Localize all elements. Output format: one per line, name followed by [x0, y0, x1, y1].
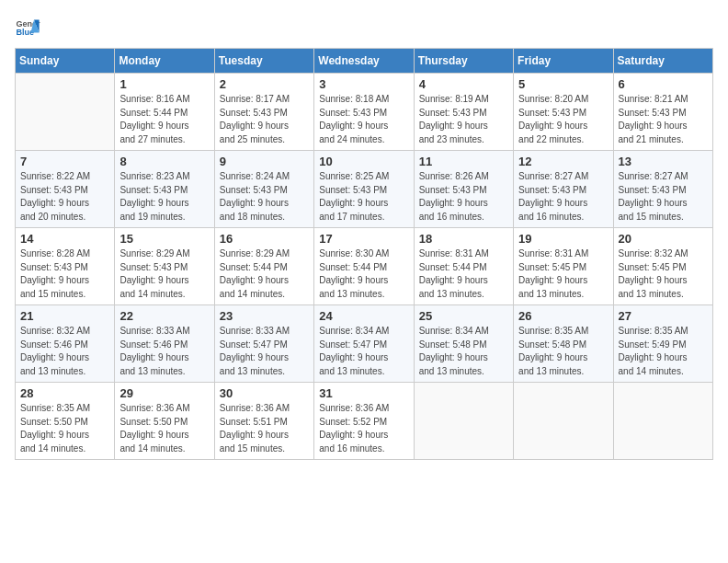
- calendar-cell: 19Sunrise: 8:31 AM Sunset: 5:45 PM Dayli…: [514, 228, 613, 305]
- day-header-thursday: Thursday: [414, 49, 513, 74]
- page-header: General Blue: [15, 15, 713, 40]
- calendar-cell: 14Sunrise: 8:28 AM Sunset: 5:43 PM Dayli…: [16, 228, 115, 305]
- calendar-cell: 31Sunrise: 8:36 AM Sunset: 5:52 PM Dayli…: [314, 383, 414, 460]
- day-info: Sunrise: 8:32 AM Sunset: 5:46 PM Dayligh…: [20, 325, 109, 378]
- day-info: Sunrise: 8:18 AM Sunset: 5:43 PM Dayligh…: [319, 93, 408, 146]
- logo-icon: General Blue: [15, 15, 40, 40]
- calendar-cell: 24Sunrise: 8:34 AM Sunset: 5:47 PM Dayli…: [314, 305, 414, 383]
- calendar-cell: 9Sunrise: 8:24 AM Sunset: 5:43 PM Daylig…: [214, 151, 313, 228]
- calendar-cell: 25Sunrise: 8:34 AM Sunset: 5:48 PM Dayli…: [414, 305, 513, 383]
- calendar-cell: 23Sunrise: 8:33 AM Sunset: 5:47 PM Dayli…: [214, 305, 313, 383]
- calendar-cell: [16, 74, 115, 151]
- day-number: 23: [220, 309, 309, 323]
- day-number: 25: [419, 309, 508, 323]
- day-info: Sunrise: 8:27 AM Sunset: 5:43 PM Dayligh…: [619, 170, 708, 224]
- calendar-cell: 1Sunrise: 8:16 AM Sunset: 5:44 PM Daylig…: [115, 74, 214, 151]
- day-number: 9: [220, 155, 309, 168]
- day-info: Sunrise: 8:20 AM Sunset: 5:43 PM Dayligh…: [518, 93, 608, 146]
- day-info: Sunrise: 8:31 AM Sunset: 5:45 PM Dayligh…: [518, 247, 608, 301]
- calendar-cell: 2Sunrise: 8:17 AM Sunset: 5:43 PM Daylig…: [214, 74, 313, 151]
- calendar-week-row: 1Sunrise: 8:16 AM Sunset: 5:44 PM Daylig…: [16, 74, 713, 151]
- calendar-cell: 20Sunrise: 8:32 AM Sunset: 5:45 PM Dayli…: [613, 228, 712, 305]
- day-number: 28: [20, 386, 109, 400]
- day-info: Sunrise: 8:22 AM Sunset: 5:43 PM Dayligh…: [20, 170, 109, 224]
- day-header-monday: Monday: [115, 49, 214, 74]
- day-number: 15: [119, 232, 209, 246]
- calendar-cell: 29Sunrise: 8:36 AM Sunset: 5:50 PM Dayli…: [115, 383, 214, 460]
- calendar-cell: 30Sunrise: 8:36 AM Sunset: 5:51 PM Dayli…: [214, 383, 313, 460]
- calendar-cell: 15Sunrise: 8:29 AM Sunset: 5:43 PM Dayli…: [115, 228, 214, 305]
- calendar-cell: 22Sunrise: 8:33 AM Sunset: 5:46 PM Dayli…: [115, 305, 214, 383]
- calendar-cell: 21Sunrise: 8:32 AM Sunset: 5:46 PM Dayli…: [16, 305, 115, 383]
- calendar-header-row: SundayMondayTuesdayWednesdayThursdayFrid…: [16, 49, 713, 74]
- day-info: Sunrise: 8:30 AM Sunset: 5:44 PM Dayligh…: [319, 247, 408, 301]
- calendar-cell: [414, 383, 513, 460]
- day-number: 19: [518, 232, 608, 246]
- calendar-cell: [514, 383, 613, 460]
- day-info: Sunrise: 8:29 AM Sunset: 5:44 PM Dayligh…: [220, 247, 309, 301]
- day-number: 7: [20, 155, 109, 168]
- day-info: Sunrise: 8:28 AM Sunset: 5:43 PM Dayligh…: [20, 247, 109, 301]
- calendar-cell: 17Sunrise: 8:30 AM Sunset: 5:44 PM Dayli…: [314, 228, 414, 305]
- day-number: 24: [319, 309, 408, 323]
- day-info: Sunrise: 8:35 AM Sunset: 5:48 PM Dayligh…: [518, 325, 608, 378]
- day-number: 4: [419, 77, 508, 91]
- calendar-cell: 7Sunrise: 8:22 AM Sunset: 5:43 PM Daylig…: [16, 151, 115, 228]
- day-info: Sunrise: 8:34 AM Sunset: 5:47 PM Dayligh…: [319, 325, 408, 378]
- day-info: Sunrise: 8:33 AM Sunset: 5:46 PM Dayligh…: [119, 325, 209, 378]
- calendar-cell: 18Sunrise: 8:31 AM Sunset: 5:44 PM Dayli…: [414, 228, 513, 305]
- day-info: Sunrise: 8:36 AM Sunset: 5:50 PM Dayligh…: [119, 402, 209, 455]
- day-header-wednesday: Wednesday: [314, 49, 414, 74]
- day-header-tuesday: Tuesday: [214, 49, 313, 74]
- day-info: Sunrise: 8:25 AM Sunset: 5:43 PM Dayligh…: [319, 170, 408, 224]
- calendar-cell: 12Sunrise: 8:27 AM Sunset: 5:43 PM Dayli…: [514, 151, 613, 228]
- day-info: Sunrise: 8:35 AM Sunset: 5:50 PM Dayligh…: [20, 402, 109, 455]
- day-number: 20: [619, 232, 708, 246]
- day-header-friday: Friday: [514, 49, 613, 74]
- day-info: Sunrise: 8:19 AM Sunset: 5:43 PM Dayligh…: [419, 93, 508, 146]
- day-number: 26: [518, 309, 608, 323]
- day-info: Sunrise: 8:29 AM Sunset: 5:43 PM Dayligh…: [119, 247, 209, 301]
- calendar-cell: 4Sunrise: 8:19 AM Sunset: 5:43 PM Daylig…: [414, 74, 513, 151]
- calendar-week-row: 14Sunrise: 8:28 AM Sunset: 5:43 PM Dayli…: [16, 228, 713, 305]
- day-number: 13: [619, 155, 708, 168]
- calendar-cell: 16Sunrise: 8:29 AM Sunset: 5:44 PM Dayli…: [214, 228, 313, 305]
- day-number: 2: [220, 77, 309, 91]
- day-number: 1: [119, 77, 209, 91]
- day-number: 12: [518, 155, 608, 168]
- day-number: 27: [619, 309, 708, 323]
- calendar-cell: 11Sunrise: 8:26 AM Sunset: 5:43 PM Dayli…: [414, 151, 513, 228]
- calendar-cell: 27Sunrise: 8:35 AM Sunset: 5:49 PM Dayli…: [613, 305, 712, 383]
- day-number: 17: [319, 232, 408, 246]
- day-number: 29: [119, 386, 209, 400]
- day-info: Sunrise: 8:36 AM Sunset: 5:51 PM Dayligh…: [220, 402, 309, 455]
- day-info: Sunrise: 8:33 AM Sunset: 5:47 PM Dayligh…: [220, 325, 309, 378]
- day-number: 21: [20, 309, 109, 323]
- day-number: 30: [220, 386, 309, 400]
- calendar-cell: 10Sunrise: 8:25 AM Sunset: 5:43 PM Dayli…: [314, 151, 414, 228]
- calendar-cell: [613, 383, 712, 460]
- day-number: 18: [419, 232, 508, 246]
- day-info: Sunrise: 8:26 AM Sunset: 5:43 PM Dayligh…: [419, 170, 508, 224]
- day-info: Sunrise: 8:16 AM Sunset: 5:44 PM Dayligh…: [119, 93, 209, 146]
- calendar-cell: 26Sunrise: 8:35 AM Sunset: 5:48 PM Dayli…: [514, 305, 613, 383]
- day-info: Sunrise: 8:36 AM Sunset: 5:52 PM Dayligh…: [319, 402, 408, 455]
- calendar-cell: 8Sunrise: 8:23 AM Sunset: 5:43 PM Daylig…: [115, 151, 214, 228]
- calendar-table: SundayMondayTuesdayWednesdayThursdayFrid…: [15, 48, 713, 460]
- calendar-week-row: 28Sunrise: 8:35 AM Sunset: 5:50 PM Dayli…: [16, 383, 713, 460]
- day-number: 6: [619, 77, 708, 91]
- day-number: 16: [220, 232, 309, 246]
- day-info: Sunrise: 8:34 AM Sunset: 5:48 PM Dayligh…: [419, 325, 508, 378]
- day-number: 31: [319, 386, 408, 400]
- day-info: Sunrise: 8:21 AM Sunset: 5:43 PM Dayligh…: [619, 93, 708, 146]
- day-number: 8: [119, 155, 209, 168]
- day-info: Sunrise: 8:32 AM Sunset: 5:45 PM Dayligh…: [619, 247, 708, 301]
- calendar-cell: 13Sunrise: 8:27 AM Sunset: 5:43 PM Dayli…: [613, 151, 712, 228]
- day-number: 14: [20, 232, 109, 246]
- day-info: Sunrise: 8:24 AM Sunset: 5:43 PM Dayligh…: [220, 170, 309, 224]
- calendar-cell: 6Sunrise: 8:21 AM Sunset: 5:43 PM Daylig…: [613, 74, 712, 151]
- calendar-cell: 5Sunrise: 8:20 AM Sunset: 5:43 PM Daylig…: [514, 74, 613, 151]
- day-header-sunday: Sunday: [16, 49, 115, 74]
- day-info: Sunrise: 8:23 AM Sunset: 5:43 PM Dayligh…: [119, 170, 209, 224]
- day-header-saturday: Saturday: [613, 49, 712, 74]
